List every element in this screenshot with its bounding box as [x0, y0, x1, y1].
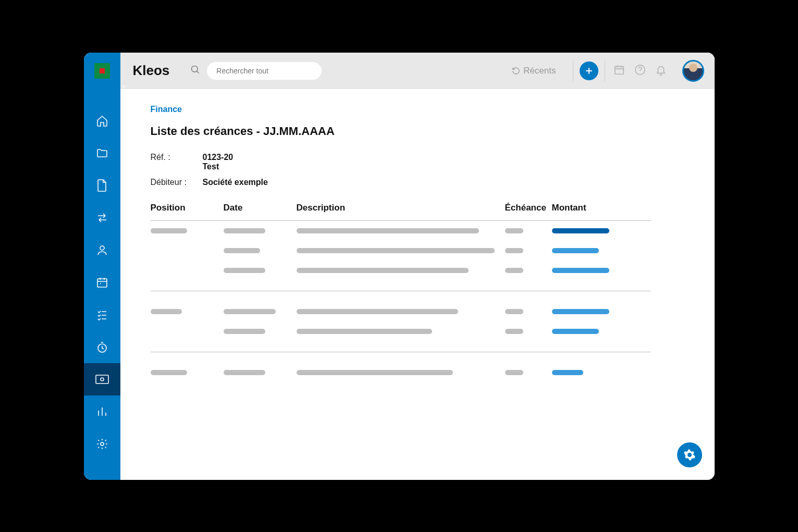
placeholder	[505, 329, 523, 334]
add-button[interactable]	[580, 61, 598, 80]
header: Kleos Récents	[120, 53, 715, 89]
avatar[interactable]	[682, 60, 704, 82]
ref-value-id: 0123-20	[203, 153, 234, 162]
col-montant: Montant	[552, 203, 635, 213]
calendar-icon	[96, 276, 108, 289]
placeholder-amount	[552, 228, 609, 233]
ref-label: Réf. :	[151, 153, 203, 171]
bell-icon	[655, 64, 667, 76]
placeholder	[505, 248, 523, 253]
content-region: Kleos Récents	[120, 53, 715, 480]
placeholder	[297, 268, 469, 273]
divider	[605, 60, 605, 81]
col-position: Position	[151, 203, 224, 213]
sidebar-item-contacts[interactable]	[84, 234, 120, 266]
table-row	[151, 321, 651, 341]
placeholder	[297, 228, 479, 233]
svg-rect-1	[97, 279, 107, 287]
receivables-table: Position Date Description Échéance Monta…	[151, 203, 651, 382]
person-icon	[96, 244, 108, 256]
debtor-label: Débiteur :	[151, 178, 203, 187]
sidebar: ®	[84, 53, 120, 480]
placeholder	[224, 248, 260, 253]
sidebar-item-finance[interactable]	[84, 363, 120, 395]
app-logo: ®	[84, 53, 120, 89]
table-row	[151, 363, 651, 382]
placeholder	[151, 228, 187, 233]
search-input[interactable]	[207, 62, 322, 80]
divider	[573, 60, 573, 81]
transfer-icon	[96, 212, 108, 224]
recents-label: Récents	[523, 66, 556, 76]
gear-icon	[96, 438, 108, 450]
meta-block: Réf. : 0123-20 Test Débiteur : Société e…	[151, 153, 694, 187]
sidebar-item-documents[interactable]	[84, 169, 120, 202]
svg-point-0	[100, 246, 104, 250]
chart-icon	[96, 405, 108, 418]
svg-point-5	[101, 442, 104, 446]
sidebar-item-settings[interactable]	[84, 428, 120, 460]
placeholder-amount	[552, 329, 599, 334]
sidebar-item-timer[interactable]	[84, 331, 120, 363]
sidebar-item-transfers[interactable]	[84, 202, 120, 234]
placeholder	[224, 268, 265, 273]
placeholder	[297, 370, 453, 375]
svg-point-6	[192, 66, 198, 72]
placeholder	[224, 228, 265, 233]
placeholder	[297, 248, 495, 253]
group-separator	[151, 291, 651, 291]
table-row	[151, 241, 651, 261]
placeholder	[505, 370, 523, 375]
placeholder	[151, 370, 187, 375]
breadcrumb[interactable]: Finance	[151, 105, 694, 114]
app-title: Kleos	[133, 63, 170, 79]
sidebar-item-tasks[interactable]	[84, 299, 120, 331]
col-date: Date	[224, 203, 297, 213]
sidebar-item-reports[interactable]	[84, 395, 120, 428]
recents-button[interactable]: Récents	[512, 66, 556, 76]
calendar-icon	[613, 64, 625, 76]
placeholder-amount	[552, 248, 599, 253]
money-icon	[95, 375, 109, 384]
search	[190, 62, 322, 80]
debtor-value: Société exemple	[203, 178, 268, 187]
folder-icon	[96, 147, 108, 159]
main-content: Finance Liste des créances - JJ.MM.AAAA …	[120, 89, 715, 480]
sidebar-item-home[interactable]	[84, 105, 120, 137]
help-button[interactable]	[634, 64, 646, 78]
svg-rect-7	[615, 66, 623, 74]
placeholder	[224, 370, 265, 375]
placeholder-amount	[552, 370, 583, 375]
table-header: Position Date Description Échéance Monta…	[151, 203, 651, 221]
table-row	[151, 261, 651, 280]
placeholder-amount	[552, 309, 609, 314]
sidebar-item-calendar[interactable]	[84, 266, 120, 299]
group-separator	[151, 352, 651, 352]
col-description: Description	[297, 203, 505, 213]
placeholder	[505, 309, 523, 314]
placeholder	[297, 329, 432, 334]
table-row	[151, 221, 651, 241]
page-title: Liste des créances - JJ.MM.AAAA	[151, 125, 694, 138]
calendar-button[interactable]	[613, 64, 625, 78]
col-echeance: Échéance	[505, 203, 552, 213]
sidebar-item-folders[interactable]	[84, 137, 120, 169]
notifications-button[interactable]	[655, 64, 667, 78]
history-icon	[512, 67, 520, 75]
settings-fab[interactable]	[677, 442, 702, 467]
gear-icon	[683, 449, 696, 461]
placeholder	[151, 309, 182, 314]
search-icon[interactable]	[190, 65, 201, 77]
placeholder	[297, 309, 458, 314]
svg-rect-3	[96, 375, 108, 383]
plus-icon	[584, 66, 594, 76]
ref-value-name: Test	[203, 162, 234, 171]
placeholder	[224, 329, 265, 334]
placeholder	[505, 268, 523, 273]
timer-icon	[96, 341, 108, 353]
placeholder	[505, 228, 523, 233]
home-icon	[96, 115, 108, 127]
help-icon	[634, 64, 646, 76]
document-icon	[96, 179, 108, 192]
svg-point-4	[101, 378, 104, 381]
